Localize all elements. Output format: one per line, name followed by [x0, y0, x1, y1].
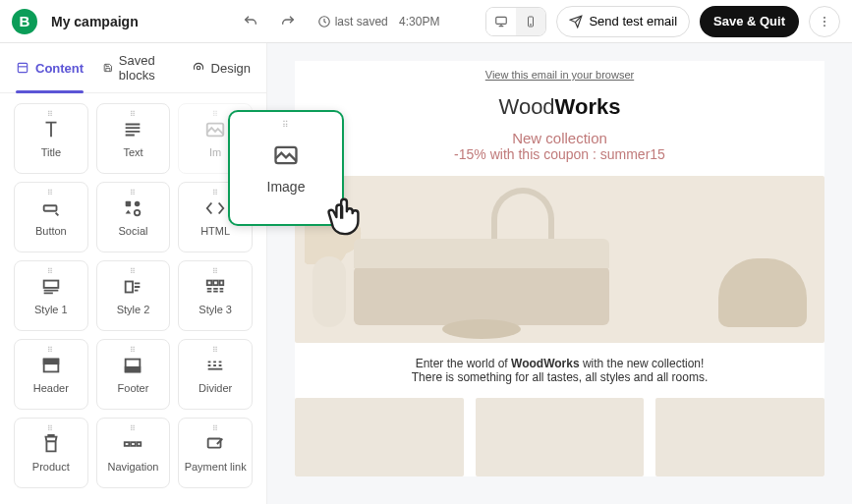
- style3-icon: [202, 276, 228, 298]
- redo-icon: [280, 14, 296, 29]
- hero-image[interactable]: [295, 176, 824, 343]
- block-button[interactable]: ⠿ Button: [14, 182, 88, 252]
- svg-point-5: [824, 21, 825, 23]
- title-icon: [38, 119, 64, 140]
- preview-mobile-button[interactable]: [516, 8, 545, 35]
- svg-rect-20: [43, 360, 58, 364]
- clock-icon: [317, 15, 331, 28]
- svg-rect-15: [126, 282, 133, 293]
- canvas[interactable]: View this email in your browser WoodWork…: [267, 43, 852, 504]
- last-saved: last saved 4:30PM: [317, 15, 440, 28]
- cursor-hand-icon: [322, 193, 368, 238]
- svg-rect-18: [220, 281, 224, 286]
- thumb-2[interactable]: [476, 398, 645, 476]
- svg-rect-16: [207, 281, 212, 286]
- svg-rect-24: [132, 442, 137, 446]
- block-navigation[interactable]: ⠿ Navigation: [96, 418, 171, 488]
- topbar: B My campaign last saved 4:30PM Send tes…: [0, 0, 852, 43]
- more-vertical-icon: [818, 15, 831, 28]
- svg-rect-25: [138, 442, 142, 446]
- svg-point-3: [531, 24, 532, 25]
- svg-rect-11: [126, 201, 132, 207]
- product-icon: [38, 433, 64, 455]
- tab-content[interactable]: Content: [16, 53, 84, 92]
- content-icon: [16, 61, 29, 75]
- save-quit-button[interactable]: Save & Quit: [700, 6, 799, 37]
- send-icon: [569, 15, 583, 28]
- svg-point-12: [135, 201, 141, 207]
- tab-saved-blocks[interactable]: Saved blocks: [103, 53, 171, 92]
- campaign-name[interactable]: My campaign: [51, 14, 139, 29]
- email-logo: WoodWorks: [295, 94, 824, 120]
- code-icon: [202, 197, 228, 219]
- style1-icon: [38, 276, 64, 298]
- block-footer[interactable]: ⠿ Footer: [96, 339, 171, 410]
- redo-button[interactable]: [274, 8, 302, 35]
- left-panel: Content Saved blocks Design ⠿ Title ⠿ Te…: [0, 43, 267, 504]
- svg-point-13: [135, 210, 141, 216]
- svg-rect-23: [125, 442, 130, 446]
- email-copy-2: There is something for all tastes, all s…: [295, 370, 824, 384]
- save-icon: [103, 61, 113, 75]
- header-icon: [38, 355, 64, 376]
- blocks-grid: ⠿ Title ⠿ Text ⠿ Im ⠿ Button ⠿ Social ⠿: [14, 103, 253, 488]
- block-social[interactable]: ⠿ Social: [96, 182, 171, 252]
- svg-rect-17: [213, 281, 218, 286]
- block-title[interactable]: ⠿ Title: [14, 103, 88, 174]
- block-payment-link[interactable]: ⠿ Payment link: [178, 418, 253, 488]
- product-thumbs: [295, 398, 824, 476]
- svg-point-4: [824, 16, 825, 18]
- device-toggle: [485, 7, 546, 36]
- social-icon: [120, 197, 145, 219]
- email-copy-1: Enter the world of WoodWorks with the ne…: [295, 357, 824, 370]
- block-divider[interactable]: ⠿ Divider: [178, 339, 253, 410]
- svg-point-8: [197, 66, 200, 70]
- promo-line-1: New collection: [295, 130, 824, 146]
- block-product[interactable]: ⠿ Product: [14, 418, 88, 488]
- thumb-3[interactable]: [655, 398, 824, 476]
- button-icon: [38, 197, 64, 219]
- undo-icon: [243, 14, 258, 29]
- navigation-icon: [120, 433, 145, 455]
- payment-icon: [202, 433, 228, 455]
- brand-badge: B: [12, 9, 37, 34]
- image-icon: [202, 119, 228, 140]
- view-in-browser-link[interactable]: View this email in your browser: [295, 61, 824, 94]
- svg-rect-1: [496, 17, 507, 24]
- image-icon: [269, 141, 303, 169]
- promo-line-2: -15% with this coupon : summer15: [295, 146, 824, 162]
- svg-rect-22: [126, 367, 141, 372]
- more-button[interactable]: [809, 6, 840, 37]
- block-style1[interactable]: ⠿ Style 1: [14, 260, 88, 331]
- text-icon: [120, 119, 145, 140]
- svg-rect-7: [18, 63, 27, 72]
- thumb-1[interactable]: [295, 398, 464, 476]
- block-text[interactable]: ⠿ Text: [96, 103, 171, 174]
- preview-desktop-button[interactable]: [486, 8, 516, 35]
- design-icon: [192, 61, 205, 75]
- undo-button[interactable]: [237, 8, 264, 35]
- left-tabs: Content Saved blocks Design: [0, 43, 266, 93]
- mobile-icon: [525, 15, 537, 28]
- desktop-icon: [494, 15, 508, 28]
- svg-rect-14: [43, 281, 58, 288]
- svg-point-6: [824, 25, 825, 27]
- block-style2[interactable]: ⠿ Style 2: [96, 260, 171, 331]
- divider-icon: [202, 355, 228, 376]
- tab-design[interactable]: Design: [192, 53, 251, 92]
- body: Content Saved blocks Design ⠿ Title ⠿ Te…: [0, 43, 852, 504]
- svg-rect-10: [43, 205, 56, 211]
- style2-icon: [120, 276, 145, 298]
- blocks-scroll[interactable]: ⠿ Title ⠿ Text ⠿ Im ⠿ Button ⠿ Social ⠿: [0, 93, 266, 504]
- footer-icon: [120, 355, 145, 376]
- send-test-button[interactable]: Send test email: [556, 6, 690, 37]
- block-style3[interactable]: ⠿ Style 3: [178, 260, 253, 331]
- email-preview[interactable]: View this email in your browser WoodWork…: [295, 61, 824, 476]
- block-header[interactable]: ⠿ Header: [14, 339, 88, 410]
